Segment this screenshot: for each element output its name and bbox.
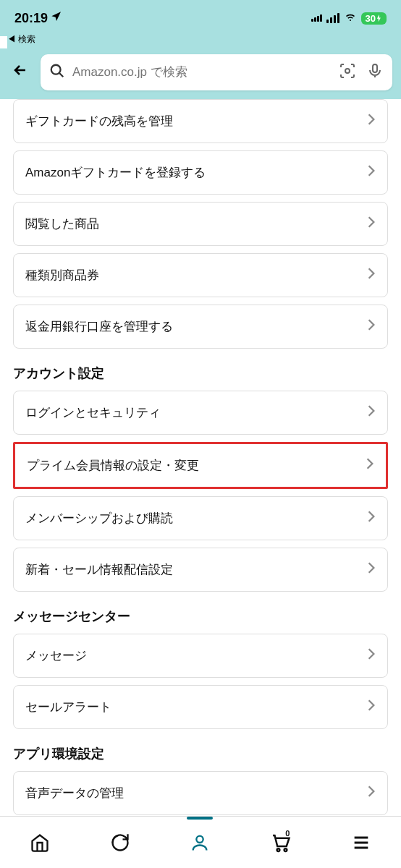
- list-item[interactable]: ギフトカードの残高を管理: [13, 99, 388, 143]
- list-item-label: メンバーシップおよび購読: [25, 510, 173, 527]
- content-area: ギフトカードの残高を管理Amazonギフトカードを登録する閲覧した商品種類別商品…: [0, 99, 401, 822]
- camera-scan-icon[interactable]: [339, 62, 356, 82]
- chevron-right-icon: [367, 267, 376, 284]
- chevron-right-icon: [367, 216, 376, 232]
- chevron-right-icon: [366, 457, 374, 474]
- nav-refresh[interactable]: [110, 833, 130, 853]
- bottom-nav: 0: [0, 816, 401, 868]
- chevron-right-icon: [367, 647, 376, 664]
- list-item[interactable]: 音声データの管理: [13, 771, 388, 815]
- list-item[interactable]: セールアラート: [13, 685, 388, 729]
- list-item-label: ログインとセキュリティ: [25, 404, 161, 421]
- list-item-label: 種類別商品券: [25, 267, 99, 284]
- list-item-label: セールアラート: [25, 699, 111, 715]
- list-item[interactable]: ログインとセキュリティ: [13, 391, 388, 435]
- search-icon: [49, 63, 65, 82]
- nav-home[interactable]: [30, 833, 50, 853]
- chevron-right-icon: [367, 561, 376, 578]
- list-item-label: 返金用銀行口座を管理する: [25, 318, 173, 335]
- list-item-label: プライム会員情報の設定・変更: [27, 457, 199, 474]
- search-header: [0, 48, 401, 99]
- svg-point-4: [196, 835, 203, 842]
- svg-point-1: [345, 69, 350, 73]
- svg-point-5: [277, 848, 280, 851]
- chevron-right-icon: [367, 404, 376, 421]
- svg-rect-2: [373, 64, 377, 72]
- microphone-icon[interactable]: [366, 62, 384, 82]
- list-item[interactable]: 閲覧した商品: [13, 202, 388, 246]
- search-input[interactable]: [72, 65, 332, 80]
- battery-icon: 30: [361, 12, 387, 25]
- list-item-label: 音声データの管理: [25, 785, 124, 801]
- nav-menu[interactable]: [351, 833, 371, 853]
- signal-secondary-icon: [311, 14, 322, 22]
- list-item[interactable]: 新着・セール情報配信設定: [13, 548, 388, 592]
- chevron-right-icon: [367, 699, 376, 715]
- chevron-right-icon: [367, 318, 376, 335]
- status-bar: 20:19 30: [0, 0, 401, 36]
- list-item[interactable]: 返金用銀行口座を管理する: [13, 305, 388, 349]
- chevron-right-icon: [367, 164, 376, 181]
- section-title: アカウント設定: [13, 365, 388, 382]
- list-item-label: 閲覧した商品: [25, 216, 99, 232]
- chevron-right-icon: [367, 785, 376, 801]
- list-item[interactable]: メンバーシップおよび購読: [13, 496, 388, 540]
- svg-point-0: [51, 65, 61, 75]
- list-item[interactable]: メッセージ: [13, 634, 388, 678]
- location-icon: [51, 11, 62, 26]
- cart-count-badge: 0: [285, 829, 290, 838]
- list-item-label: Amazonギフトカードを登録する: [25, 164, 206, 181]
- chevron-right-icon: [367, 510, 376, 527]
- chevron-right-icon: [367, 113, 376, 129]
- list-item[interactable]: Amazonギフトカードを登録する: [13, 150, 388, 195]
- back-button[interactable]: [9, 59, 32, 86]
- back-to-search[interactable]: ◀ 検索: [7, 33, 401, 48]
- list-item[interactable]: プライム会員情報の設定・変更: [13, 442, 388, 489]
- section-title: メッセージセンター: [13, 608, 388, 625]
- list-item-label: メッセージ: [25, 647, 87, 664]
- nav-account[interactable]: [190, 833, 210, 853]
- svg-point-6: [284, 848, 287, 851]
- section-title: アプリ環境設定: [13, 745, 388, 762]
- list-item-label: 新着・セール情報配信設定: [25, 561, 173, 578]
- signal-icon: [326, 13, 339, 23]
- status-time: 20:19: [14, 11, 48, 26]
- nav-cart[interactable]: 0: [269, 832, 291, 854]
- wifi-icon: [344, 10, 357, 26]
- search-bar[interactable]: [41, 54, 392, 90]
- list-item-label: ギフトカードの残高を管理: [25, 113, 173, 129]
- list-item[interactable]: 種類別商品券: [13, 253, 388, 297]
